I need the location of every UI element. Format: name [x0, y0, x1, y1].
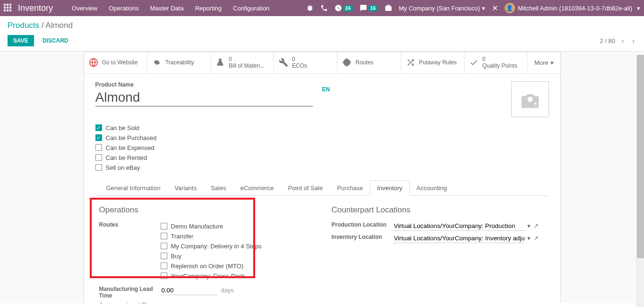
stat-putaway[interactable]: Putaway Rules — [401, 52, 464, 73]
pager-prev[interactable]: ‹ — [620, 35, 626, 46]
menu-operations[interactable]: Operations — [104, 1, 144, 16]
save-button[interactable]: Save — [8, 35, 34, 46]
company-selector[interactable]: My Company (San Francisco) ▾ — [399, 5, 485, 12]
checkbox[interactable] — [161, 253, 167, 259]
tab-purchase[interactable]: Purchase — [330, 180, 370, 196]
app-title[interactable]: Inventory — [18, 3, 53, 13]
checkbox[interactable] — [95, 154, 102, 161]
check-icon — [469, 58, 479, 67]
tab-accounting[interactable]: Accounting — [410, 180, 454, 196]
route-item[interactable]: Demo Manufacture — [161, 221, 313, 231]
apps-icon[interactable] — [4, 4, 12, 12]
bug-icon[interactable] — [306, 4, 314, 12]
checkbox[interactable] — [161, 243, 167, 249]
shuffle-icon — [406, 58, 415, 67]
stat-website[interactable]: Go to Website — [84, 52, 147, 73]
checkbox[interactable] — [95, 134, 102, 141]
close-icon[interactable]: ✕ — [492, 4, 498, 13]
check-can-be-expensed[interactable]: Can be Expensed — [95, 143, 549, 153]
external-link-icon[interactable]: ↗ — [533, 235, 539, 242]
chevron-down-icon[interactable]: ▾ — [527, 222, 531, 229]
breadcrumb-current: Almond — [45, 21, 73, 30]
tabs: General InformationVariantsSaleseCommerc… — [95, 180, 549, 196]
wrench-icon — [279, 58, 288, 67]
stat-more[interactable]: More ▾ — [528, 52, 560, 73]
checkbox[interactable] — [95, 144, 102, 151]
scrollbar[interactable] — [636, 55, 644, 303]
chevron-down-icon[interactable]: ▾ — [527, 235, 531, 242]
stat-quality[interactable]: 0Quality Points — [464, 52, 528, 73]
tab-sales[interactable]: Sales — [204, 180, 233, 196]
discard-button[interactable]: Discard — [37, 35, 74, 46]
clock-badge: 24 — [343, 5, 353, 11]
product-checks: Can be SoldCan be PurchasedCan be Expens… — [95, 123, 549, 173]
tab-ecommerce[interactable]: eCommerce — [233, 180, 281, 196]
menu-overview[interactable]: Overview — [67, 1, 102, 16]
check-can-be-purchased[interactable]: Can be Purchased — [95, 133, 549, 143]
flask-icon — [215, 58, 225, 67]
avatar: 👤 — [505, 3, 515, 13]
product-name-input[interactable] — [95, 89, 313, 106]
stat-bom[interactable]: 0Bill of Materi... — [211, 52, 274, 73]
clt-input[interactable] — [161, 302, 217, 303]
inv-loc-label: Inventory Location — [332, 234, 393, 240]
tab-variants[interactable]: Variants — [167, 180, 204, 196]
route-item[interactable]: Transfer — [161, 231, 313, 241]
clt-label: Customer Lead Time — [99, 302, 161, 303]
arrows-icon — [152, 58, 162, 67]
check-sell-on-ebay[interactable]: Sell on eBay — [95, 163, 549, 173]
camera-icon — [520, 89, 541, 110]
clock-icon[interactable]: 24 — [335, 4, 353, 12]
nav-menu: Overview Operations Master Data Reportin… — [67, 1, 274, 16]
product-image[interactable] — [511, 81, 549, 117]
check-can-be-rented[interactable]: Can be Rented — [95, 153, 549, 163]
routes-label: Routes — [99, 221, 161, 228]
breadcrumb-parent[interactable]: Products — [8, 21, 39, 30]
form-sheet: Go to Website Traceability 0Bill of Mate… — [84, 52, 561, 303]
mlt-label: Manufacturing Lead Time — [99, 286, 161, 299]
menu-master-data[interactable]: Master Data — [146, 1, 189, 16]
tab-inventory[interactable]: Inventory — [370, 180, 409, 196]
checkbox[interactable] — [161, 233, 167, 239]
checkbox[interactable] — [95, 164, 102, 171]
routes-list: Demo ManufactureTransferMy Company: Deli… — [161, 221, 313, 281]
prod-loc-label: Production Location — [332, 221, 393, 228]
checkbox[interactable] — [95, 124, 102, 131]
product-name-label: Product Name — [95, 81, 504, 88]
pager-text[interactable]: 2 / 80 — [600, 37, 615, 44]
route-item[interactable]: Buy — [161, 251, 313, 261]
stat-routes[interactable]: Routes — [337, 52, 401, 73]
route-item[interactable]: My Company: Delivery in 4 Steps — [161, 241, 313, 251]
globe-icon — [89, 58, 98, 67]
route-item[interactable]: Replenish on Order (MTO) — [161, 261, 313, 271]
top-nav: Inventory Overview Operations Master Dat… — [0, 0, 644, 16]
stat-buttons: Go to Website Traceability 0Bill of Mate… — [84, 52, 560, 74]
pager-next[interactable]: › — [630, 35, 636, 46]
mlt-input[interactable] — [161, 286, 217, 295]
checkbox[interactable] — [161, 263, 167, 269]
checkbox[interactable] — [161, 223, 167, 229]
stat-traceability[interactable]: Traceability — [147, 52, 211, 73]
gift-icon[interactable] — [385, 4, 392, 12]
inv-loc-input[interactable] — [393, 234, 525, 243]
route-item[interactable]: YourCompany: Cross-Dock — [161, 271, 313, 281]
gears-icon — [342, 58, 352, 67]
check-can-be-sold[interactable]: Can be Sold — [95, 123, 549, 133]
pager: 2 / 80 ‹ › — [600, 35, 636, 46]
stat-ecos[interactable]: 0ECOs — [274, 52, 337, 73]
chat-icon[interactable]: 16 — [360, 4, 378, 12]
chat-badge: 16 — [368, 5, 378, 11]
phone-icon[interactable] — [320, 4, 328, 12]
lang-button[interactable]: EN — [322, 86, 330, 93]
tab-point-of-sale[interactable]: Point of Sale — [281, 180, 330, 196]
prod-loc-input[interactable] — [393, 221, 525, 231]
menu-reporting[interactable]: Reporting — [190, 1, 226, 16]
user-menu[interactable]: 👤 Mitchell Admin (1810384-13-0-7db62e-al… — [505, 3, 640, 13]
menu-configuration[interactable]: Configuration — [228, 1, 274, 16]
operations-title: Operations — [99, 205, 313, 215]
tab-general-information[interactable]: General Information — [99, 180, 168, 196]
breadcrumb: Products / Almond — [8, 21, 636, 30]
checkbox[interactable] — [161, 272, 167, 279]
scroll-thumb[interactable] — [637, 55, 644, 258]
external-link-icon[interactable]: ↗ — [533, 222, 539, 229]
